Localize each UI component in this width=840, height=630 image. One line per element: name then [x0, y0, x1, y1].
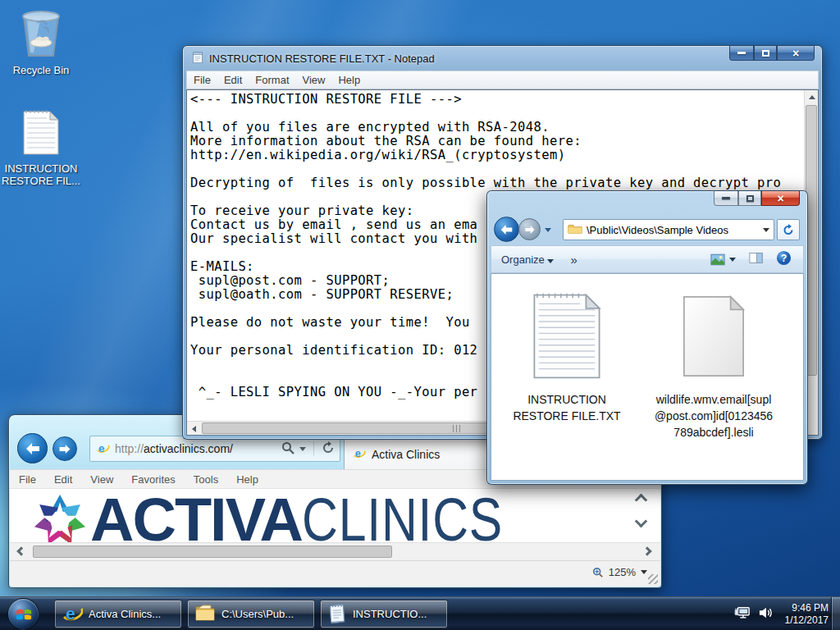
caption-buttons: × — [714, 191, 800, 206]
menu-file[interactable]: File — [10, 473, 45, 486]
scroll-left-icon[interactable] — [16, 546, 25, 555]
zoom-control[interactable]: 125% — [592, 566, 647, 578]
explorer-navigation-bar: \Public\Videos\Sample Videos — [487, 214, 807, 245]
explorer-file-list: INSTRUCTION RESTORE FILE.TXT wildlife.wm… — [491, 273, 804, 481]
menu-view[interactable]: View — [81, 473, 122, 486]
menu-view[interactable]: View — [296, 74, 332, 86]
system-tray: 9:46 PM 1/12/2017 — [734, 597, 829, 630]
desktop-icon-instruction-file[interactable]: INSTRUCTION RESTORE FIL... — [2, 107, 80, 187]
taskbar-button-activa-clinics[interactable]: e Activa Clinics... — [54, 600, 182, 628]
refresh-button[interactable] — [777, 219, 800, 240]
caption-buttons: × — [729, 46, 815, 61]
menu-favorites[interactable]: Favorites — [122, 473, 184, 486]
window-title: INSTRUCTION RESTORE FILE.TXT - Notepad — [209, 52, 435, 65]
menu-tools[interactable]: Tools — [185, 473, 227, 486]
ie-page-content: ACTIVA CLINICS — [10, 489, 660, 542]
recycle-bin-icon — [2, 7, 80, 62]
svg-text:e: e — [98, 442, 105, 454]
file-item-wildlife-lesli[interactable]: wildlife.wmv.email[supl@post.com]id[0123… — [652, 292, 775, 441]
taskbar-clock[interactable]: 9:46 PM 1/12/2017 — [785, 602, 829, 627]
logo-word-clinics: CLINICS — [302, 491, 503, 542]
forward-button[interactable] — [518, 218, 541, 240]
folder-icon — [194, 604, 216, 624]
menu-file[interactable]: File — [187, 74, 217, 86]
scroll-left-icon[interactable] — [192, 426, 196, 432]
generic-file-icon — [652, 292, 775, 385]
zoom-level: 125% — [609, 566, 636, 578]
resize-grip[interactable] — [648, 574, 658, 584]
scroll-up-icon[interactable] — [635, 494, 648, 507]
logo-word-activa: ACTIVA — [90, 491, 302, 542]
maximize-button[interactable] — [754, 46, 777, 61]
help-button[interactable]: ? — [776, 250, 792, 268]
back-button[interactable] — [17, 433, 48, 463]
windows-flag-icon — [15, 606, 33, 623]
back-button[interactable] — [494, 217, 519, 242]
minimize-button[interactable] — [729, 46, 754, 61]
file-name: INSTRUCTION RESTORE FILE.TXT — [513, 393, 620, 422]
notepad-menu-bar: File Edit Format View Help — [186, 71, 819, 89]
notepad-icon — [327, 602, 347, 626]
clock-date: 1/12/2017 — [785, 614, 829, 627]
organize-button[interactable]: Organize — [501, 253, 554, 266]
svg-text:?: ? — [781, 253, 788, 264]
activa-star-logo — [33, 494, 87, 542]
forward-button[interactable] — [52, 436, 77, 461]
text-file-icon — [513, 292, 621, 385]
scroll-right-icon[interactable] — [642, 546, 651, 555]
zoom-icon — [592, 567, 604, 578]
menu-help[interactable]: Help — [331, 74, 367, 86]
notepad-title-bar[interactable]: INSTRUCTION RESTORE FILE.TXT - Notepad — [183, 46, 822, 71]
show-desktop-button[interactable] — [831, 597, 840, 630]
desktop-icon-label: INSTRUCTION RESTORE FIL... — [2, 162, 80, 187]
help-icon: ? — [776, 250, 792, 266]
address-dropdown-icon[interactable] — [763, 228, 769, 232]
taskbar-button-label: INSTRUCTIO... — [353, 608, 427, 620]
desktop: Recycle Bin INSTRUCTION RESTORE FIL... e — [0, 0, 840, 630]
close-button[interactable]: × — [777, 46, 815, 61]
zoom-dropdown-icon[interactable] — [641, 570, 647, 574]
network-icon[interactable] — [734, 605, 751, 623]
taskbar-button-label: Activa Clinics... — [89, 608, 161, 620]
start-button[interactable] — [7, 598, 39, 630]
svg-text:e: e — [66, 604, 75, 623]
scroll-up-icon[interactable] — [809, 95, 815, 99]
taskbar-button-explorer[interactable]: C:\Users\Pub... — [187, 600, 315, 628]
maximize-button[interactable] — [738, 191, 761, 206]
toolbar-overflow-button[interactable]: » — [570, 253, 577, 267]
taskbar-button-notepad[interactable]: INSTRUCTIO... — [320, 600, 448, 628]
ie-horizontal-scrollbar[interactable] — [10, 542, 660, 560]
explorer-window: × \Public\Videos\Sample Videos Organiz — [486, 190, 808, 485]
volume-icon[interactable] — [758, 605, 774, 623]
preview-pane-icon — [749, 252, 763, 264]
svg-text:e: e — [355, 447, 361, 459]
views-button[interactable] — [710, 253, 736, 266]
search-icon[interactable] — [281, 441, 294, 457]
menu-help[interactable]: Help — [227, 473, 267, 486]
activa-clinics-logo: ACTIVA CLINICS — [33, 491, 547, 542]
address-path: \Public\Videos\Sample Videos — [587, 224, 759, 236]
history-dropdown-icon[interactable] — [545, 228, 551, 232]
address-bar[interactable]: \Public\Videos\Sample Videos — [563, 219, 774, 240]
desktop-icon-recycle-bin[interactable]: Recycle Bin — [2, 7, 80, 76]
menu-format[interactable]: Format — [249, 74, 295, 86]
file-item-instruction-restore[interactable]: INSTRUCTION RESTORE FILE.TXT — [513, 292, 621, 424]
menu-edit[interactable]: Edit — [45, 473, 81, 486]
menu-edit[interactable]: Edit — [217, 74, 249, 86]
minimize-button[interactable] — [714, 191, 738, 206]
refresh-icon[interactable] — [322, 441, 335, 457]
text-file-icon — [2, 107, 80, 160]
preview-pane-button[interactable] — [749, 252, 763, 267]
views-icon — [710, 253, 725, 266]
explorer-toolbar: Organize » ? — [491, 245, 804, 273]
taskbar: e Activa Clinics... C:\Users\Pub... INST… — [0, 596, 840, 630]
folder-icon — [568, 223, 582, 237]
close-button[interactable]: × — [761, 191, 800, 206]
url-text: http://activaclinics.com/ — [115, 442, 276, 455]
scrollbar-thumb[interactable] — [33, 546, 392, 558]
ie-status-bar: 125% — [10, 560, 660, 587]
search-dropdown-icon[interactable] — [299, 447, 306, 451]
ie-page-icon: e — [95, 441, 110, 458]
clock-time: 9:46 PM — [785, 602, 829, 614]
scroll-down-icon[interactable] — [635, 515, 648, 528]
